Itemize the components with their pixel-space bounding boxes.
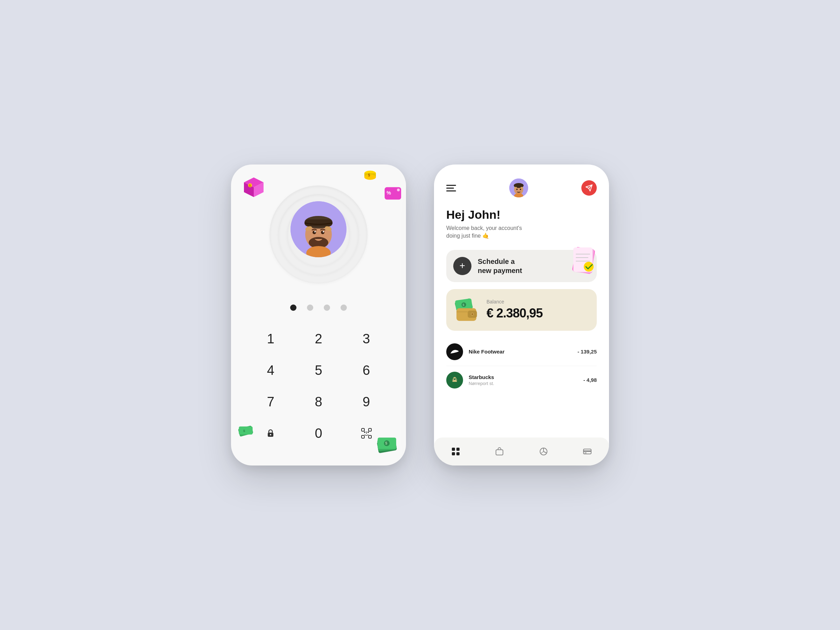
balance-info: Balance € 2.380,95	[486, 299, 589, 321]
svg-rect-35	[369, 428, 371, 431]
nav-cards[interactable]	[579, 444, 595, 459]
svg-rect-37	[369, 436, 371, 438]
nike-info: Nike Footwear	[469, 349, 572, 355]
num-4-button[interactable]: 4	[248, 356, 293, 384]
nike-name: Nike Footwear	[469, 349, 572, 355]
greeting-title: Hej John!	[446, 208, 597, 221]
svg-rect-18	[239, 427, 253, 435]
svg-point-47	[520, 189, 521, 190]
lock-button[interactable]	[248, 419, 293, 447]
transactions-list: Nike Footwear - 139,25	[446, 338, 597, 432]
nike-amount: - 139,25	[578, 349, 597, 355]
svg-rect-73	[456, 452, 459, 455]
num-7-button[interactable]: 7	[248, 388, 293, 416]
schedule-payment-card[interactable]: + Schedule anew payment	[446, 250, 597, 282]
transaction-nike[interactable]: Nike Footwear - 139,25	[446, 338, 597, 366]
pink-cube-decoration: $	[242, 175, 266, 199]
nav-home[interactable]	[448, 444, 463, 459]
greeting-section: Hej John! Welcome back, your account'sdo…	[446, 208, 597, 240]
balance-amount: € 2.380,95	[486, 306, 589, 321]
header-avatar[interactable]	[509, 178, 528, 197]
pin-dot-4	[341, 305, 347, 311]
svg-point-46	[516, 189, 518, 190]
svg-point-7	[364, 175, 376, 180]
pin-dot-3	[324, 305, 330, 311]
nav-store[interactable]	[492, 444, 507, 459]
num-0-button[interactable]: 0	[297, 419, 341, 447]
num-3-button[interactable]: 3	[344, 325, 388, 353]
nav-analytics[interactable]	[536, 444, 551, 459]
pin-dot-1	[290, 305, 297, 311]
svg-text:$: $	[249, 184, 251, 187]
pin-screen: $ $ % $	[231, 164, 406, 466]
svg-rect-78	[584, 453, 587, 453]
svg-point-11	[397, 189, 400, 191]
svg-rect-34	[362, 428, 364, 431]
num-1-button[interactable]: 1	[248, 325, 293, 353]
svg-rect-74	[496, 450, 503, 455]
balance-label: Balance	[486, 299, 589, 305]
balance-card: $ Balance € 2.380,95	[446, 289, 597, 331]
nike-logo	[446, 343, 463, 360]
starbucks-amount: - 4,98	[583, 377, 597, 383]
starbucks-name: Starbucks	[469, 374, 578, 380]
svg-point-27	[321, 231, 324, 234]
greeting-subtitle: Welcome back, your account'sdoing just f…	[446, 224, 597, 240]
num-6-button[interactable]: 6	[344, 356, 388, 384]
starbucks-location: Nørreport st.	[469, 381, 578, 386]
screens-container: $ $ % $	[231, 164, 609, 466]
cash-bundle-decoration: $	[376, 436, 399, 455]
user-avatar	[291, 201, 346, 257]
svg-text:$: $	[243, 429, 245, 433]
num-9-button[interactable]: 9	[344, 388, 388, 416]
starbucks-info: Starbucks Nørreport st.	[469, 374, 578, 386]
svg-rect-72	[452, 452, 455, 455]
hamburger-line-2	[446, 188, 454, 189]
svg-rect-77	[583, 450, 591, 452]
svg-text:$: $	[368, 173, 370, 177]
pink-tag-decoration: %	[383, 185, 403, 201]
svg-rect-71	[456, 448, 459, 451]
plus-icon: +	[459, 261, 465, 270]
svg-rect-23	[305, 219, 333, 226]
svg-point-39	[368, 431, 369, 433]
num-2-button[interactable]: 2	[297, 325, 341, 353]
svg-rect-70	[452, 448, 455, 451]
send-button[interactable]	[581, 180, 597, 196]
svg-text:%: %	[387, 190, 391, 196]
svg-text:$: $	[385, 441, 387, 445]
svg-point-26	[313, 231, 316, 234]
numpad: 1 2 3 4 5 6 7 8 9 0	[242, 325, 395, 447]
svg-point-28	[314, 231, 316, 232]
svg-point-64	[471, 313, 473, 315]
dashboard-screen: Hej John! Welcome back, your account'sdo…	[434, 164, 609, 466]
svg-text:$: $	[463, 303, 464, 306]
schedule-label: Schedule anew payment	[478, 257, 522, 275]
svg-rect-36	[362, 436, 364, 438]
coin-decoration: $	[362, 168, 378, 184]
dashboard-header	[446, 178, 597, 197]
num-8-button[interactable]: 8	[297, 388, 341, 416]
wallet-icon: $	[454, 297, 480, 323]
transaction-starbucks[interactable]: Starbucks Nørreport st. - 4,98	[446, 366, 597, 394]
starbucks-logo	[446, 372, 463, 388]
receipt-decoration	[570, 246, 598, 275]
hamburger-line-1	[446, 185, 456, 186]
hamburger-line-3	[446, 190, 456, 191]
svg-point-38	[364, 431, 365, 433]
bottom-navigation	[434, 437, 609, 466]
svg-point-55	[584, 262, 594, 272]
schedule-plus-button[interactable]: +	[453, 257, 471, 275]
pin-dots	[290, 305, 347, 311]
svg-point-29	[323, 231, 324, 232]
menu-button[interactable]	[446, 185, 456, 191]
svg-point-69	[454, 377, 455, 379]
pin-dot-2	[307, 305, 313, 311]
num-5-button[interactable]: 5	[297, 356, 341, 384]
svg-point-33	[270, 434, 271, 436]
small-cash-decoration: $	[238, 425, 254, 437]
